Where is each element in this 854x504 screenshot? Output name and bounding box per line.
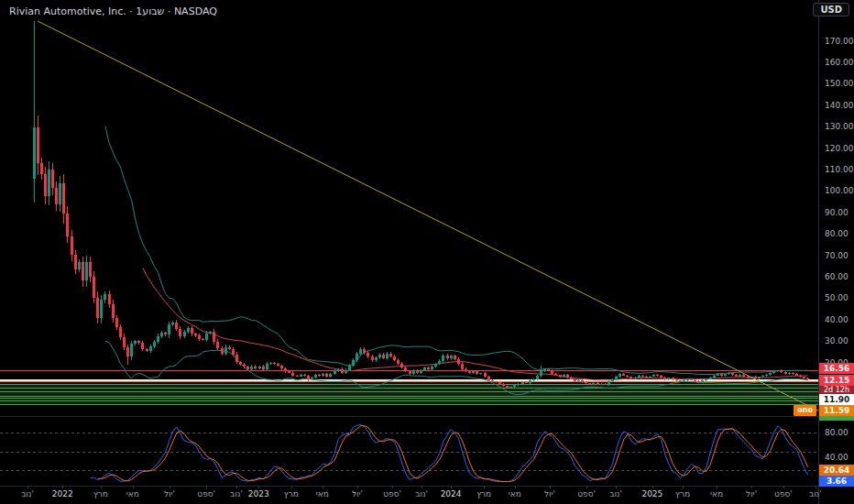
time-tick-mark — [62, 486, 63, 488]
time-label: יול' — [533, 489, 566, 499]
level-badge-green-partial — [819, 416, 854, 421]
time-label: נוב' — [599, 489, 632, 499]
price-tick: 170.00 — [819, 37, 854, 47]
bollinger-upper-line — [105, 126, 808, 375]
stoch-k-badge: 3.66 — [819, 476, 854, 487]
time-tick-mark — [451, 486, 452, 488]
chart-canvas[interactable] — [0, 0, 854, 504]
level-badge-white: 11.90 — [819, 394, 854, 405]
time-tick-mark — [236, 486, 237, 488]
time-label: מרץ — [467, 489, 500, 499]
time-label: 2023 — [242, 489, 275, 499]
price-tick: 150.00 — [819, 79, 854, 89]
time-label: ספט' — [376, 489, 409, 499]
moving-average-line — [143, 268, 808, 380]
time-label: יול' — [735, 489, 768, 499]
time-tick-mark — [515, 486, 516, 488]
price-tick: 140.00 — [819, 101, 854, 111]
time-label: ספט' — [767, 489, 800, 499]
candles-group — [33, 21, 810, 389]
symbol-title: Rivian Automotive, Inc. · 1שבוע · NASDAQ — [9, 5, 217, 17]
time-label: נוב' — [11, 489, 44, 499]
time-label: מרץ — [84, 489, 117, 499]
bar-countdown-badge: 2d 12h — [819, 386, 854, 394]
stoch-d-badge: 20.64 — [819, 465, 854, 476]
price-tick: 110.00 — [819, 165, 854, 175]
time-label: 2025 — [636, 489, 669, 499]
price-tick: 130.00 — [819, 122, 854, 132]
time-tick-mark — [392, 486, 393, 488]
price-tick: 90.00 — [819, 208, 854, 218]
price-tick: 80.00 — [819, 229, 854, 239]
time-tick-mark — [751, 486, 752, 488]
price-tick: 70.00 — [819, 251, 854, 261]
level-badge-orange: 11.59 — [819, 405, 854, 416]
oscillator-tick: 80.00 — [819, 428, 854, 438]
time-label: יול' — [341, 489, 374, 499]
time-tick-mark — [783, 486, 784, 488]
time-label: מרץ — [275, 489, 308, 499]
time-label: נוב' — [405, 489, 438, 499]
trendline — [38, 21, 818, 411]
time-label: מרץ — [666, 489, 699, 499]
time-tick-mark — [170, 486, 170, 488]
time-label: ספט' — [570, 489, 603, 499]
time-tick-mark — [206, 486, 207, 488]
time-tick-mark — [101, 486, 102, 488]
time-tick-mark — [323, 486, 323, 488]
time-label: 2024 — [434, 489, 467, 499]
time-tick-mark — [258, 486, 259, 488]
time-tick-mark — [27, 486, 28, 488]
currency-button[interactable]: USD — [813, 3, 849, 16]
price-tick: 60.00 — [819, 272, 854, 282]
time-axis[interactable]: נוב'2022מרץמאייול'ספט'נוב'2023מרץמאייול'… — [0, 487, 818, 504]
time-tick-mark — [717, 486, 717, 488]
price-tick: 160.00 — [819, 58, 854, 68]
trendline-alert-tag[interactable]: ono — [794, 405, 816, 416]
level-badge-red: 16.56 — [819, 363, 854, 374]
time-tick-mark — [357, 486, 358, 488]
time-tick-mark — [133, 486, 134, 488]
time-tick-mark — [422, 486, 422, 488]
time-label: 2022 — [46, 489, 79, 499]
oscillator-tick: 40.00 — [819, 453, 854, 463]
time-tick-mark — [550, 486, 551, 488]
time-label: מאי — [700, 489, 733, 499]
time-label: ספט' — [190, 489, 223, 499]
time-label: מאי — [306, 489, 339, 499]
chart-window: Rivian Automotive, Inc. · 1שבוע · NASDAQ… — [0, 0, 854, 504]
support-zone-fill — [0, 385, 818, 405]
time-tick-mark — [616, 486, 617, 488]
time-label: נוב' — [799, 489, 832, 499]
time-label: מאי — [498, 489, 531, 499]
time-tick-mark — [816, 486, 816, 488]
time-tick-mark — [291, 486, 292, 488]
time-label: יול' — [153, 489, 186, 499]
price-tick: 50.00 — [819, 293, 854, 303]
price-tick: 100.00 — [819, 186, 854, 196]
time-tick-mark — [586, 486, 587, 488]
time-label: מאי — [116, 489, 149, 499]
price-axis[interactable]: 16.56 12.15 2d 12h 11.90 11.59 20.64 3.6… — [819, 0, 854, 486]
time-tick-mark — [484, 486, 485, 488]
time-tick-mark — [652, 486, 653, 488]
pane-divider — [0, 416, 854, 417]
price-tick: 40.00 — [819, 315, 854, 325]
last-price-badge: 12.15 — [819, 375, 854, 386]
price-tick: 120.00 — [819, 144, 854, 154]
price-tick: 30.00 — [819, 336, 854, 346]
time-tick-mark — [683, 486, 684, 488]
